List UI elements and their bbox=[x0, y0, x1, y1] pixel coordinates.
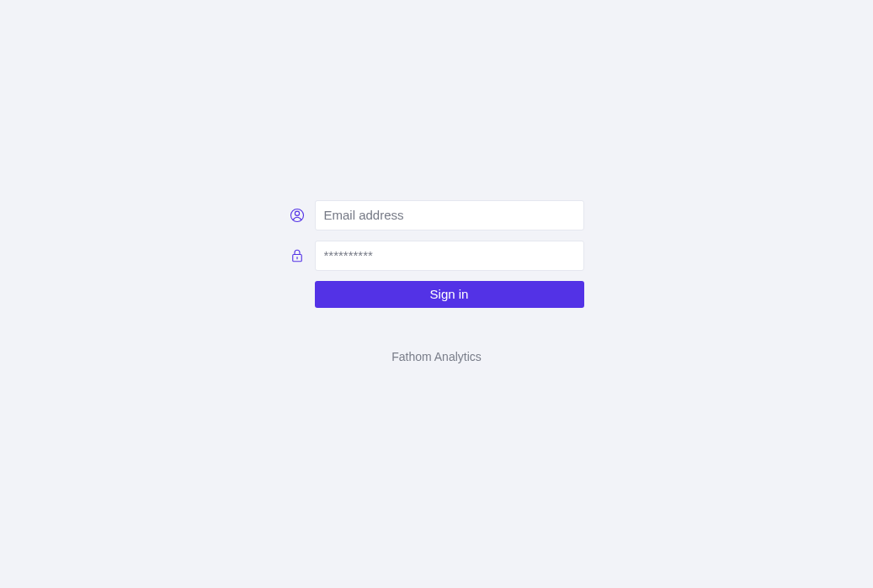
lock-icon bbox=[290, 248, 315, 263]
password-field[interactable] bbox=[315, 241, 584, 271]
email-field[interactable] bbox=[315, 200, 584, 230]
signin-button[interactable]: Sign in bbox=[315, 281, 584, 308]
svg-point-1 bbox=[295, 211, 299, 215]
user-icon bbox=[290, 208, 315, 223]
login-form: Sign in Fathom Analytics bbox=[290, 200, 584, 363]
email-row bbox=[290, 200, 584, 230]
password-row bbox=[290, 241, 584, 271]
footer-link[interactable]: Fathom Analytics bbox=[391, 350, 482, 363]
submit-row: Sign in bbox=[290, 281, 584, 308]
